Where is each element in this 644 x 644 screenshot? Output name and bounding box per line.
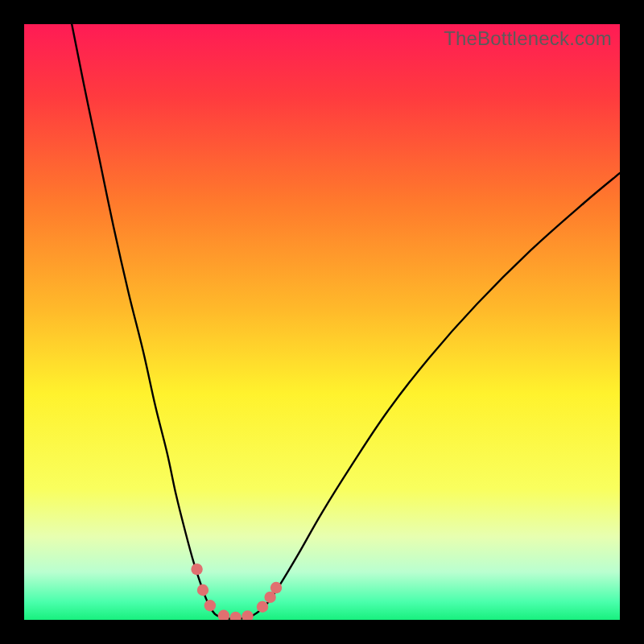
data-marker [270, 582, 282, 593]
data-marker [230, 612, 242, 620]
data-marker [191, 564, 202, 575]
chart-frame: TheBottleneck.com [0, 0, 644, 644]
curve-right-curve [250, 173, 620, 617]
curve-left-curve [72, 24, 221, 617]
data-marker [218, 610, 229, 620]
watermark-text: TheBottleneck.com [444, 27, 612, 50]
plot-area: TheBottleneck.com [24, 24, 620, 620]
data-marker [204, 600, 216, 611]
curves-layer [24, 24, 620, 620]
data-marker [197, 584, 208, 596]
data-marker [257, 601, 268, 613]
data-marker [242, 610, 253, 620]
